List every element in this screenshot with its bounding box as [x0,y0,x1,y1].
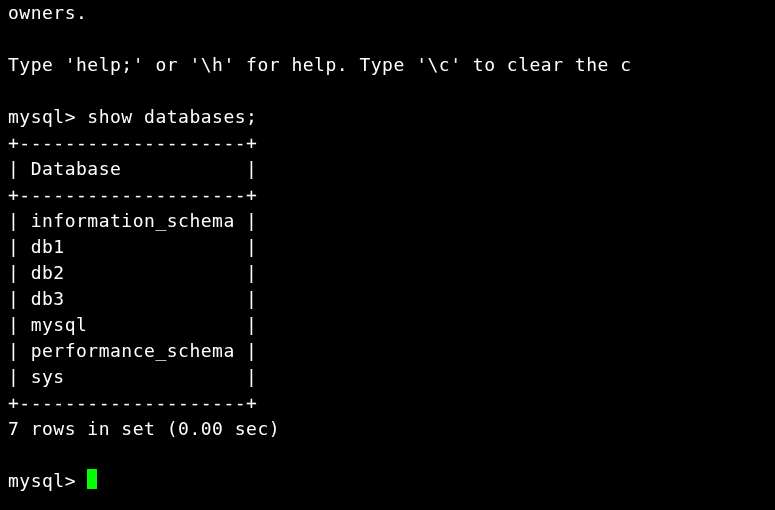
output-line: owners. [8,2,87,23]
prompt-command-line: mysql> show databases; [8,106,257,127]
table-border: +--------------------+ [8,392,257,413]
prompt-text: mysql> [8,470,87,491]
table-row: | db1 | [8,236,257,257]
terminal-output: owners. Type 'help;' or '\h' for help. T… [8,0,767,494]
table-row: | sys | [8,366,257,387]
table-header: | Database | [8,158,257,179]
prompt-line[interactable]: mysql> [8,470,97,491]
table-border: +--------------------+ [8,184,257,205]
result-summary: 7 rows in set (0.00 sec) [8,418,280,439]
cursor-icon [87,469,97,489]
table-row: | mysql | [8,314,257,335]
table-row: | db3 | [8,288,257,309]
table-row: | information_schema | [8,210,257,231]
table-row: | db2 | [8,262,257,283]
output-line: Type 'help;' or '\h' for help. Type '\c'… [8,54,632,75]
table-border: +--------------------+ [8,132,257,153]
table-row: | performance_schema | [8,340,257,361]
